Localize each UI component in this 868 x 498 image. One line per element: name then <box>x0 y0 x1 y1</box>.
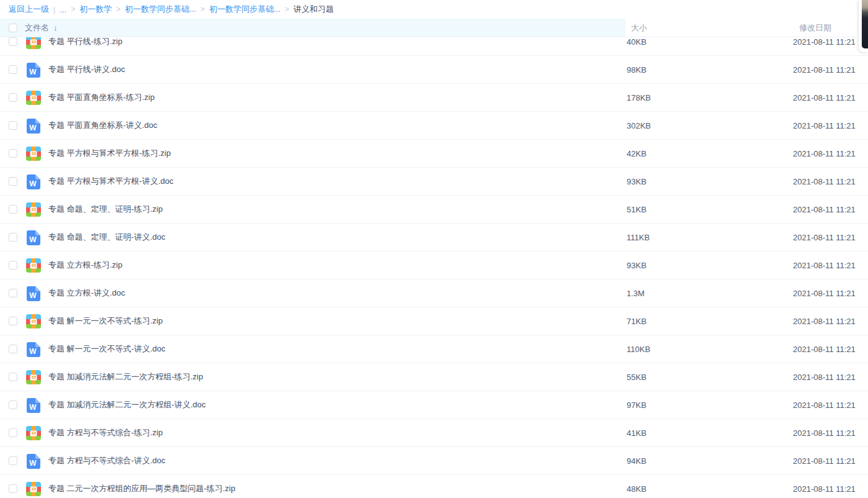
file-row[interactable]: W专题 立方根-讲义.doc1.3M2021-08-11 11:21 <box>0 279 868 307</box>
word-document-icon: W <box>26 230 40 245</box>
column-header-filename[interactable]: 文件名 ↓ <box>25 22 58 34</box>
row-checkbox[interactable] <box>9 317 17 325</box>
row-checkbox[interactable] <box>9 205 17 214</box>
zip-archive-icon <box>26 147 41 161</box>
file-name[interactable]: 专题 加减消元法解二元一次方程组-练习.zip <box>48 371 203 383</box>
breadcrumb-separator-icon: > <box>285 5 289 14</box>
file-date: 2021-08-11 11:21 <box>793 261 856 270</box>
file-size: 48KB <box>627 484 647 494</box>
file-row[interactable]: W专题 平行线-讲义.doc98KB2021-08-11 11:21 <box>0 56 868 84</box>
file-name[interactable]: 专题 解一元一次不等式-讲义.doc <box>48 343 166 355</box>
row-checkbox[interactable] <box>9 149 17 158</box>
file-size: 110KB <box>627 345 650 354</box>
doc-letter: W <box>27 348 39 355</box>
file-row[interactable]: 专题 平面直角坐标系-练习.zip178KB2021-08-11 11:21 <box>0 84 868 112</box>
row-checkbox[interactable] <box>9 484 17 493</box>
file-name[interactable]: 专题 立方根-讲义.doc <box>48 287 125 299</box>
file-row[interactable]: 专题 二元一次方程组的应用—两类典型问题-练习.zip48KB2021-08-1… <box>0 475 868 498</box>
row-checkbox[interactable] <box>9 401 17 409</box>
column-header-size[interactable]: 大小 <box>631 22 647 34</box>
file-row[interactable]: 专题 加减消元法解二元一次方程组-练习.zip55KB2021-08-11 11… <box>0 363 868 391</box>
file-size: 97KB <box>627 401 647 410</box>
row-checkbox[interactable] <box>9 65 17 74</box>
file-size: 55KB <box>627 373 647 382</box>
row-checkbox[interactable] <box>9 261 17 269</box>
file-row[interactable]: W专题 加减消元法解二元一次方程组-讲义.doc97KB2021-08-11 1… <box>0 391 868 419</box>
zip-archive-icon <box>26 202 41 217</box>
breadcrumb-divider: | <box>53 5 55 14</box>
word-document-icon: W <box>26 454 40 469</box>
file-row[interactable]: 专题 解一元一次不等式-练习.zip71KB2021-08-11 11:21 <box>0 307 868 335</box>
word-document-icon: W <box>26 119 40 134</box>
breadcrumb-separator-icon: > <box>200 5 205 14</box>
file-name[interactable]: 专题 立方根-练习.zip <box>48 260 122 271</box>
file-row[interactable]: 专题 方程与不等式综合-练习.zip41KB2021-08-11 11:21 <box>0 419 868 447</box>
file-table-header: 文件名 ↓ 大小 修改日期 <box>0 19 868 37</box>
filename-column-highlight <box>0 19 625 37</box>
breadcrumb-link[interactable]: 初一数学同步基础... <box>209 4 280 15</box>
file-size: 40KB <box>627 37 647 47</box>
file-name[interactable]: 专题 加减消元法解二元一次方程组-讲义.doc <box>48 399 206 410</box>
row-checkbox[interactable] <box>9 177 17 186</box>
doc-letter: W <box>27 292 39 299</box>
filename-column-label: 文件名 <box>25 22 49 34</box>
file-name[interactable]: 专题 命题、定理、证明-练习.zip <box>48 204 163 215</box>
word-document-icon: W <box>26 63 40 78</box>
row-checkbox[interactable] <box>9 289 17 297</box>
file-date: 2021-08-11 11:21 <box>793 373 856 382</box>
file-row[interactable]: 专题 平方根与算术平方根-练习.zip42KB2021-08-11 11:21 <box>0 140 868 168</box>
file-manager-page: 返回上一级 | ...>初一数学>初一数学同步基础...>初一数学同步基础...… <box>0 0 868 498</box>
sort-descending-icon[interactable]: ↓ <box>53 23 58 32</box>
file-row[interactable]: 专题 命题、定理、证明-练习.zip51KB2021-08-11 11:21 <box>0 196 868 224</box>
column-header-date[interactable]: 修改日期 <box>799 22 831 34</box>
file-row[interactable]: 专题 立方根-练习.zip93KB2021-08-11 11:21 <box>0 251 868 279</box>
file-date: 2021-08-11 11:21 <box>793 93 856 102</box>
file-name[interactable]: 专题 平方根与算术平方根-讲义.doc <box>48 176 174 187</box>
file-name[interactable]: 专题 平行线-练习.zip <box>48 36 122 47</box>
file-row[interactable]: W专题 方程与不等式综合-讲义.doc94KB2021-08-11 11:21 <box>0 447 868 475</box>
breadcrumb-link[interactable]: 初一数学同步基础... <box>125 4 196 15</box>
row-checkbox[interactable] <box>9 373 17 381</box>
zip-archive-icon <box>26 426 41 440</box>
file-row[interactable]: W专题 平方根与算术平方根-讲义.doc93KB2021-08-11 11:21 <box>0 168 868 196</box>
file-name[interactable]: 专题 平行线-讲义.doc <box>48 64 125 75</box>
file-name[interactable]: 专题 解一元一次不等式-练习.zip <box>48 315 163 327</box>
file-row[interactable]: W专题 平面直角坐标系-讲义.doc302KB2021-08-11 11:21 <box>0 112 868 140</box>
breadcrumb-current: 讲义和习题 <box>293 4 334 15</box>
floating-thumbnail-widget[interactable] <box>859 0 868 52</box>
file-name[interactable]: 专题 平方根与算术平方根-练习.zip <box>48 148 171 159</box>
select-all-checkbox[interactable] <box>9 24 17 32</box>
file-name[interactable]: 专题 平面直角坐标系-练习.zip <box>48 92 154 103</box>
file-name[interactable]: 专题 方程与不等式综合-练习.zip <box>48 427 163 438</box>
row-checkbox[interactable] <box>9 456 17 465</box>
file-date: 2021-08-11 11:21 <box>793 121 856 130</box>
word-document-icon: W <box>26 174 40 189</box>
row-checkbox[interactable] <box>9 345 17 353</box>
doc-letter: W <box>27 460 39 467</box>
file-row[interactable]: W专题 解一元一次不等式-讲义.doc110KB2021-08-11 11:21 <box>0 335 868 363</box>
doc-letter: W <box>27 180 39 188</box>
file-date: 2021-08-11 11:21 <box>793 233 856 242</box>
zip-archive-icon <box>26 91 41 105</box>
row-checkbox[interactable] <box>9 93 17 102</box>
row-checkbox[interactable] <box>9 428 17 437</box>
row-checkbox[interactable] <box>9 37 17 46</box>
file-name[interactable]: 专题 方程与不等式综合-讲义.doc <box>48 455 166 466</box>
zip-archive-icon <box>26 370 41 384</box>
row-checkbox[interactable] <box>9 233 17 242</box>
breadcrumb-link[interactable]: ... <box>60 5 66 14</box>
file-name[interactable]: 专题 命题、定理、证明-讲义.doc <box>48 232 166 243</box>
file-size: 93KB <box>627 261 647 270</box>
file-name[interactable]: 专题 二元一次方程组的应用—两类典型问题-练习.zip <box>48 483 235 494</box>
file-size: 94KB <box>627 456 647 466</box>
file-date: 2021-08-11 11:21 <box>793 205 856 214</box>
breadcrumb-link[interactable]: 初一数学 <box>79 4 112 15</box>
file-size: 93KB <box>627 177 647 186</box>
file-date: 2021-08-11 11:21 <box>793 345 856 354</box>
file-row[interactable]: W专题 命题、定理、证明-讲义.doc111KB2021-08-11 11:21 <box>0 224 868 251</box>
file-name[interactable]: 专题 平面直角坐标系-讲义.doc <box>48 120 158 131</box>
file-date: 2021-08-11 11:21 <box>793 317 856 326</box>
back-to-parent-link[interactable]: 返回上一级 <box>9 4 49 15</box>
file-size: 71KB <box>627 317 647 326</box>
row-checkbox[interactable] <box>9 121 17 130</box>
